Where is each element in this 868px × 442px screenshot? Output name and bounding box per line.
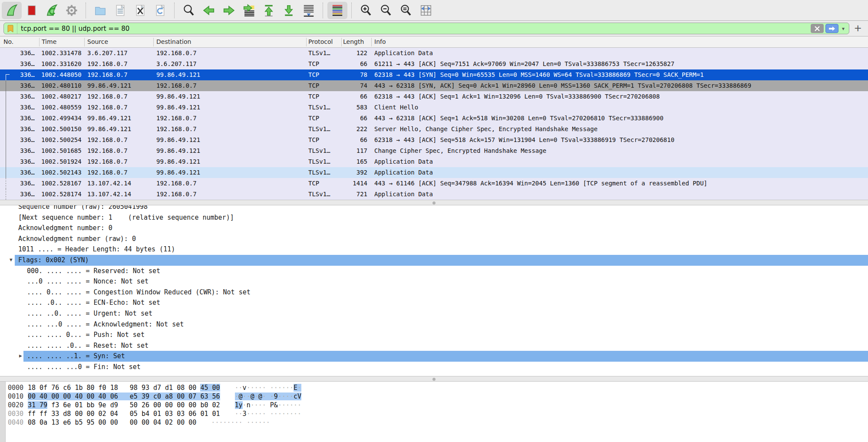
packet-row[interactable]: 336…1002.480559192.168.0.799.86.49.121TL… xyxy=(0,102,868,113)
reload-file-icon[interactable] xyxy=(150,2,170,19)
capture-stop-icon[interactable] xyxy=(22,2,42,19)
column-separator[interactable] xyxy=(371,38,372,46)
capture-restart-icon[interactable] xyxy=(42,2,62,19)
column-header-destination[interactable]: Destination xyxy=(156,38,191,45)
ascii-char: · xyxy=(227,419,231,426)
detail-line[interactable]: .... .... ...0 = Fin: Not set xyxy=(0,362,868,373)
auto-scroll-icon[interactable] xyxy=(299,2,319,19)
detail-line[interactable]: .... .0.. .... = ECN-Echo: Not set xyxy=(0,297,868,308)
hex-space xyxy=(138,410,142,418)
packet-bytes-pane[interactable]: 000018 0f 76 c6 1b 80 f0 18 98 93 d7 d1 … xyxy=(0,382,868,442)
collapsed-arrow-icon[interactable]: ▶ xyxy=(19,351,22,362)
packet-row[interactable]: 336…1002.500254192.168.0.799.86.49.121TC… xyxy=(0,135,868,145)
packet-row[interactable]: 336…1002.331620192.168.0.73.6.207.117TCP… xyxy=(0,59,868,69)
hex-splitter[interactable] xyxy=(0,376,868,382)
hex-offset: 0020 xyxy=(8,401,28,409)
ascii-char: & xyxy=(274,401,278,409)
capture-start-icon[interactable] xyxy=(2,2,22,19)
detail-line[interactable]: .... .... 0... = Push: Not set xyxy=(0,330,868,340)
find-packet-icon[interactable] xyxy=(179,2,199,19)
expanded-arrow-icon[interactable]: ▼ xyxy=(10,255,13,266)
hex-row[interactable]: 0030ff ff 33 d8 00 00 02 04 05 b4 01 03 … xyxy=(0,409,868,418)
zoom-in-icon[interactable] xyxy=(356,2,376,19)
detail-line[interactable]: 000. .... .... = Reserved: Not set xyxy=(0,266,868,277)
column-header-source[interactable]: Source xyxy=(87,38,108,45)
cell-dst: 192.168.0.7 xyxy=(156,48,304,59)
detail-line[interactable]: .... .... ..1. = Syn: Set▶ xyxy=(0,351,868,362)
column-separator[interactable] xyxy=(341,38,342,46)
column-header-info[interactable]: Info xyxy=(374,38,386,45)
go-to-bottom-icon[interactable] xyxy=(279,2,299,19)
cell-proto: TCP xyxy=(308,69,341,80)
resize-columns-icon[interactable] xyxy=(416,2,436,19)
filter-bookmark-icon[interactable] xyxy=(4,23,17,34)
detail-line[interactable]: Sequence number (raw): 2605041998 xyxy=(0,205,868,212)
close-file-icon[interactable] xyxy=(130,2,150,19)
display-filter-input[interactable]: tcp.port == 80 || udp.port == 80 ▾ xyxy=(3,23,849,34)
column-separator[interactable] xyxy=(39,38,40,46)
packet-row[interactable]: 336…1002.48011099.86.49.121192.168.0.7TC… xyxy=(0,80,868,91)
hex-byte: 00 xyxy=(177,419,185,426)
zoom-out-icon[interactable] xyxy=(376,2,396,19)
column-header-time[interactable]: Time xyxy=(42,38,56,45)
hex-byte: c0 xyxy=(153,393,161,400)
detail-text: ...0 .... .... = Nonce: Not set xyxy=(27,276,868,287)
packet-row[interactable]: 336…1002.502143192.168.0.799.86.49.121TL… xyxy=(0,167,868,178)
packet-details-pane[interactable]: Sequence number (raw): 2605041998[Next s… xyxy=(0,205,868,376)
hex-row[interactable]: 000018 0f 76 c6 1b 80 f0 18 98 93 d7 d1 … xyxy=(0,383,868,392)
hex-byte: 26 xyxy=(142,401,149,409)
filter-expression[interactable]: tcp.port == 80 || udp.port == 80 xyxy=(17,25,811,33)
column-separator[interactable] xyxy=(306,38,307,46)
packet-row[interactable]: 336…1002.50015099.86.49.121192.168.0.7TL… xyxy=(0,124,868,135)
save-file-icon[interactable] xyxy=(110,2,130,19)
hex-byte: f3 xyxy=(51,401,59,409)
detail-line[interactable]: .... .... .0.. = Reset: Not set xyxy=(0,340,868,351)
capture-options-icon[interactable] xyxy=(62,2,82,19)
packet-row[interactable]: 336…1002.52817413.107.42.14192.168.0.7TL… xyxy=(0,189,868,200)
packet-row[interactable]: 336…1002.3314783.6.207.117192.168.0.7TLS… xyxy=(0,48,868,59)
detail-line[interactable]: 1011 .... = Header Length: 44 bytes (11) xyxy=(0,244,868,255)
filter-apply-button[interactable] xyxy=(825,24,838,33)
details-splitter[interactable] xyxy=(0,200,868,205)
go-forward-icon[interactable] xyxy=(219,2,239,19)
detail-line[interactable]: .... 0... .... = Congestion Window Reduc… xyxy=(0,287,868,298)
packet-list-header[interactable]: No.TimeSourceDestinationProtocolLengthIn… xyxy=(0,36,868,48)
detail-text: Flags: 0x002 (SYN) xyxy=(15,255,868,266)
hex-row[interactable]: 001000 40 00 00 40 00 40 06 e5 39 c0 a8 … xyxy=(0,392,868,401)
hex-byte: 18 xyxy=(28,384,36,392)
column-header-protocol[interactable]: Protocol xyxy=(308,38,333,45)
column-header-no[interactable]: No. xyxy=(3,38,13,45)
packet-list[interactable]: 336…1002.3314783.6.207.117192.168.0.7TLS… xyxy=(0,48,868,200)
filter-clear-button[interactable] xyxy=(811,24,824,33)
cell-time: 1002.331478 xyxy=(41,48,83,59)
packet-row[interactable]: 336…1002.501685192.168.0.799.86.49.121TL… xyxy=(0,145,868,156)
hex-space xyxy=(36,419,40,426)
go-back-icon[interactable] xyxy=(199,2,219,19)
ascii-char: · xyxy=(239,419,243,426)
packet-row[interactable]: 336…1002.501924192.168.0.799.86.49.121TL… xyxy=(0,156,868,167)
packet-row[interactable]: 336…1002.52816713.107.42.14192.168.0.7TC… xyxy=(0,178,868,189)
column-header-length[interactable]: Length xyxy=(343,38,367,45)
detail-line[interactable]: .... ..0. .... = Urgent: Not set xyxy=(0,308,868,319)
hex-row[interactable]: 004008 0a 13 e6 b5 95 00 00 00 00 04 02 … xyxy=(0,418,868,427)
packet-row[interactable]: 336…1002.480217192.168.0.799.86.49.121TC… xyxy=(0,91,868,102)
detail-line[interactable]: Flags: 0x002 (SYN)▼ xyxy=(0,255,868,266)
cell-len: 392 xyxy=(341,167,367,178)
zoom-100-icon[interactable] xyxy=(396,2,416,19)
go-to-packet-icon[interactable] xyxy=(239,2,259,19)
detail-line[interactable]: [Next sequence number: 1 (relative seque… xyxy=(0,212,868,223)
add-filter-button[interactable]: + xyxy=(854,23,862,33)
detail-line[interactable]: Acknowledgment number: 0 xyxy=(0,223,868,234)
column-separator[interactable] xyxy=(84,38,85,46)
packet-row[interactable]: 336…1002.448050192.168.0.799.86.49.121TC… xyxy=(0,69,868,80)
detail-line[interactable]: .... ...0 .... = Acknowledgment: Not set xyxy=(0,319,868,330)
open-file-icon[interactable] xyxy=(90,2,110,19)
detail-line[interactable]: ...0 .... .... = Nonce: Not set xyxy=(0,276,868,287)
detail-line[interactable]: Acknowledgment number (raw): 0 xyxy=(0,234,868,244)
packet-row[interactable]: 336…1002.49943499.86.49.121192.168.0.7TC… xyxy=(0,113,868,124)
hex-row[interactable]: 002031 79 f3 6e 01 bb 9e d9 50 26 00 00 … xyxy=(0,401,868,409)
colorize-icon[interactable] xyxy=(327,2,347,19)
column-separator[interactable] xyxy=(153,38,154,46)
filter-history-dropdown[interactable]: ▾ xyxy=(842,26,845,32)
go-to-top-icon[interactable] xyxy=(259,2,279,19)
